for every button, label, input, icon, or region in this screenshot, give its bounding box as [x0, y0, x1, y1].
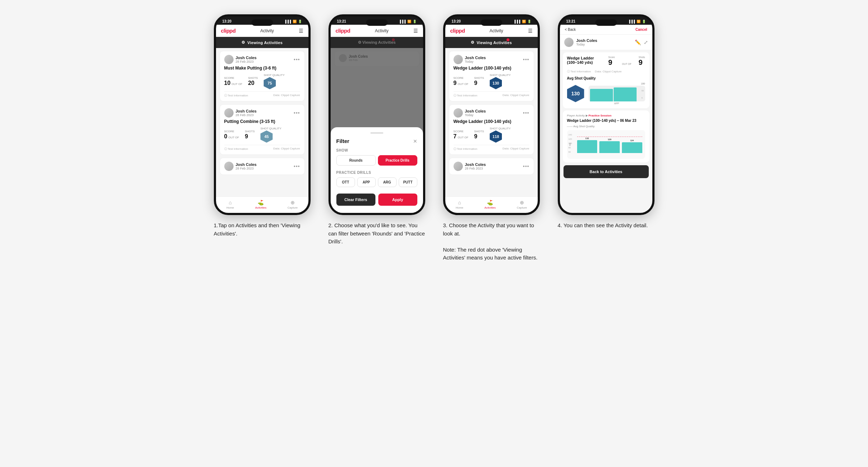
card-header-3-2: Josh Coles Today ••• — [454, 108, 529, 118]
detail-user-name: Josh Coles — [576, 38, 598, 43]
phone-col-4: 13:21 ▐▐▐ 🛜 🔋 < Back Cancel Josh Coles T… — [554, 14, 658, 230]
user-date-3-3: 28 Feb 2023 — [465, 167, 486, 170]
phone-frame-1: 13:20 ▐▐▐ 🛜 🔋 clippd Activity ☰ ⚙ Viewin… — [214, 14, 311, 215]
hamburger-icon-2[interactable]: ☰ — [413, 28, 418, 34]
activity-card-1-3[interactable]: Josh Coles 28 Feb 2023 ••• — [220, 158, 305, 175]
user-meta-1-2: Josh Coles 28 Feb 2023 — [236, 109, 257, 117]
more-dots-3-3[interactable]: ••• — [523, 163, 529, 169]
more-dots-1-2[interactable]: ••• — [294, 110, 300, 116]
status-icons-1: ▐▐▐ 🛜 🔋 — [284, 20, 302, 23]
back-button[interactable]: < Back — [565, 28, 576, 32]
capture-label-3: Capture — [517, 206, 527, 209]
shots-label-1-2: Shots — [245, 130, 255, 133]
more-dots-3-2[interactable]: ••• — [523, 110, 529, 116]
avg-sq-chart-container: 130 100 50 0 APP — [589, 82, 645, 105]
user-info-1-3: Josh Coles 28 Feb 2023 — [224, 162, 257, 171]
header-center-2: Activity — [375, 28, 389, 33]
status-icons-4: ▐▐▐ 🛜 🔋 — [628, 20, 646, 23]
modal-title: Filter — [336, 138, 350, 144]
card-header-3-3: Josh Coles 28 Feb 2023 ••• — [454, 162, 529, 171]
apply-button[interactable]: Apply — [378, 194, 417, 206]
caption-2: 2. Choose what you'd like to see. You ca… — [329, 221, 425, 246]
wifi-icon-2: 🛜 — [407, 20, 411, 23]
activity-card-3-1[interactable]: Josh Coles Today ••• Wedge Ladder (100-1… — [449, 51, 534, 101]
activity-title-3-2: Wedge Ladder (100-140 yds) — [454, 119, 529, 124]
detail-title: Wedge Ladder (100–140 yds) — [567, 56, 603, 65]
user-meta-1-3: Josh Coles 28 Feb 2023 — [236, 162, 257, 170]
nav-home-1[interactable]: ⌂ Home — [226, 200, 234, 209]
status-bar-1: 13:20 ▐▐▐ 🛜 🔋 — [216, 16, 308, 25]
arg-drill-btn[interactable]: ARG — [378, 177, 397, 187]
nav-capture-1[interactable]: ⊕ Capture — [288, 200, 298, 209]
status-bar-4: 13:21 ▐▐▐ 🛜 🔋 — [560, 16, 652, 25]
hamburger-icon-1[interactable]: ☰ — [299, 28, 303, 34]
home-icon-3: ⌂ — [458, 200, 461, 205]
card-header-1-3: Josh Coles 28 Feb 2023 ••• — [224, 162, 300, 171]
modal-actions: Clear Filters Apply — [336, 194, 417, 206]
nav-home-3[interactable]: ⌂ Home — [456, 200, 463, 209]
stat-block-sq-3-2: Shot Quality 118 — [490, 127, 511, 143]
user-date-3-1: Today — [465, 60, 486, 63]
logo-3: clippd — [450, 28, 465, 34]
caption-1: 1.Tap on Activities and then 'Viewing Ac… — [214, 221, 311, 238]
detail-user-info: Josh Coles Today — [564, 38, 598, 47]
modal-close-button[interactable]: ✕ — [413, 138, 417, 144]
nav-activities-3[interactable]: ⛳ Activities — [484, 200, 496, 209]
bottom-nav-3: ⌂ Home ⛳ Activities ⊕ Capture — [445, 196, 538, 213]
activities-icon-3: ⛳ — [487, 200, 493, 205]
status-icons-2: ▐▐▐ 🛜 🔋 — [399, 20, 416, 23]
expand-icon[interactable]: ⤢ — [644, 39, 648, 45]
status-icons-3: ▐▐▐ 🛜 🔋 — [513, 20, 531, 23]
user-info-3-3: Josh Coles 28 Feb 2023 — [454, 162, 486, 171]
activity-card-1-1[interactable]: Josh Coles 28 Feb 2023 ••• Must Make Put… — [220, 51, 305, 101]
score-val-4: 9 — [608, 58, 615, 67]
activity-card-3-3[interactable]: Josh Coles 28 Feb 2023 ••• — [449, 158, 534, 175]
time-3: 13:20 — [452, 19, 461, 23]
rounds-toggle[interactable]: Rounds — [336, 155, 376, 166]
stat-block-shots-1-2: Shots 9 — [245, 130, 255, 140]
avatar-4 — [564, 38, 574, 47]
caption-3: 3. Choose the Activity that you want to … — [443, 221, 540, 262]
activities-icon-1: ⛳ — [258, 200, 264, 205]
viewing-activities-bar-3[interactable]: ⚙ Viewing Activities — [445, 37, 538, 48]
outof-4: OUT OF — [622, 63, 631, 65]
activity-title-1-2: Putting Combine (3-15 ft) — [224, 119, 300, 124]
battery-icon-2: 🔋 — [413, 20, 417, 23]
y-axis: 100 50 0 — [641, 82, 645, 99]
user-meta-3-1: Josh Coles Today — [465, 56, 486, 63]
activity-title-3-1: Wedge Ladder (100-140 yds) — [454, 66, 529, 71]
activities-label-1: Activities — [255, 206, 267, 209]
y-axis-main-label: SQ — [560, 143, 584, 146]
nav-capture-3[interactable]: ⊕ Capture — [517, 200, 527, 209]
ott-drill-btn[interactable]: OTT — [336, 177, 355, 187]
cancel-button-4[interactable]: Cancel — [636, 28, 647, 32]
footer-left-1-2: ⓘ Test Information — [224, 147, 248, 151]
practice-drills-toggle[interactable]: Practice Drills — [378, 155, 417, 166]
back-to-activities-button[interactable]: Back to Activities — [564, 165, 649, 178]
hamburger-icon-3[interactable]: ☰ — [528, 28, 533, 34]
app-drill-btn[interactable]: APP — [357, 177, 376, 187]
card-footer-1-2: ⓘ Test Information Data: Clippd Capture — [224, 145, 300, 151]
edit-icon[interactable]: ✏️ — [635, 39, 641, 45]
stat-block-sq-1-1: Shot Quality 75 — [264, 73, 285, 89]
practice-drills-label: Practice Drills — [336, 171, 417, 175]
activity-card-3-2[interactable]: Josh Coles Today ••• Wedge Ladder (100-1… — [449, 104, 534, 155]
more-dots-3-1[interactable]: ••• — [523, 57, 529, 62]
footer-right-1-1: Data: Clippd Capture — [273, 94, 300, 97]
more-dots-1-3[interactable]: ••• — [294, 163, 300, 169]
detail-header-4: < Back Cancel — [560, 25, 652, 35]
more-dots-1-1[interactable]: ••• — [294, 57, 300, 62]
score-label-1-2: Score — [224, 130, 239, 133]
avg-sq-row: 130 130 100 50 0 — [567, 82, 645, 105]
viewing-activities-bar-1[interactable]: ⚙ Viewing Activities — [216, 37, 308, 48]
notch-3 — [481, 19, 502, 26]
home-icon-1: ⌂ — [229, 200, 231, 205]
activity-card-1-2[interactable]: Josh Coles 28 Feb 2023 ••• Putting Combi… — [220, 104, 305, 155]
stats-row-1-1: Score 10 OUT OF Shots 20 — [224, 73, 300, 89]
avatar-3-1 — [454, 55, 463, 64]
putt-drill-btn[interactable]: PUTT — [399, 177, 417, 187]
avatar-1-2 — [224, 108, 234, 118]
clear-filters-button[interactable]: Clear Filters — [336, 194, 375, 206]
nav-activities-1[interactable]: ⛳ Activities — [255, 200, 267, 209]
test-info-4: ⓘ Test Information Data: Clippd Capture — [567, 70, 645, 73]
